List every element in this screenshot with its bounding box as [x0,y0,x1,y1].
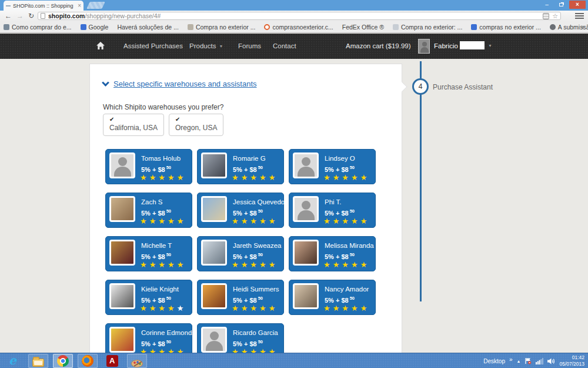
taskbar-button-paint[interactable] [127,354,147,368]
new-tab-button[interactable] [86,2,105,9]
nav-item-assisted-purchases[interactable]: Assisted Purchases [123,42,183,49]
price-main: 5% + $8 [141,340,165,347]
nav-item-contact[interactable]: Contact [273,42,296,49]
window-minimize-button[interactable]: – [541,1,553,9]
amazon-cart-link[interactable]: Amazon cart ($19.99) [346,42,411,49]
star-icon: ★ [149,347,156,353]
bookmark-item[interactable]: Compra no exterior ... [188,24,256,31]
assistant-name: Melissa Miranda [325,242,374,249]
address-bar[interactable]: shopito.com/shopping/new-purchase/4# ☆ [38,12,561,20]
assistant-rating: ★★★★★ [323,304,367,313]
assistant-card[interactable]: Zach S5% + $850★★★★★ [105,193,192,228]
chrome-menu-icon[interactable] [575,13,584,19]
bookmark-item[interactable]: FedEx Office ® [342,24,384,31]
network-icon[interactable] [536,358,543,364]
assistant-card[interactable]: Nancy Amador5% + $850★★★★★ [289,280,376,315]
bookmark-item[interactable]: compras no exterior ... [471,24,540,31]
star-icon: ★ [241,173,248,183]
volume-icon[interactable] [547,358,555,364]
star-icon: ★ [342,173,349,183]
taskbar-button-internet-explorer[interactable] [4,354,24,368]
bookmark-item[interactable]: Google [81,24,109,31]
assistant-card[interactable]: Lindsey O5% + $850★★★★★ [289,149,376,184]
taskbar-clock[interactable]: 01:42 05/07/2013 [559,354,584,367]
action-center-flag-icon[interactable] [524,357,532,364]
user-name[interactable]: Fabricio [434,42,458,49]
assistant-rating: ★★★★★ [323,217,367,226]
star-icon: ★ [250,173,257,183]
price-main: 5% + $8 [233,297,257,304]
browser-tab[interactable]: SHOPito.com :: Shopping × [4,1,83,11]
price-main: 5% + $8 [325,166,349,173]
nav-item-label: Contact [273,42,296,49]
price-main: 5% + $8 [233,210,257,217]
assistant-name: Corinne Edmonds [141,329,195,336]
bookmark-item[interactable]: Como comprar do e... [4,24,72,31]
nav-item-label: Assisted Purchases [123,42,183,49]
price-cents: 50 [350,296,355,301]
taskbar-button-chrome[interactable] [53,354,73,368]
bookmarks-overflow-icon[interactable]: » [581,23,584,30]
assistant-card[interactable]: Jareth Sweazea5% + $850★★★★★ [197,236,284,271]
nav-item-forums[interactable]: Forums [238,42,261,49]
star-icon: ★ [168,347,175,353]
tab-title: SHOPito.com :: Shopping [13,3,75,9]
assistant-avatar [201,152,227,178]
star-icon: ★ [269,304,276,313]
star-icon: ★ [323,304,330,313]
star-icon: ★ [259,260,266,270]
warehouse-label: California, USA [109,124,158,132]
tray-expand-icon[interactable]: ▲ [517,359,521,363]
star-icon: ★ [158,217,165,226]
taskbar-button-file-explorer[interactable] [28,354,48,368]
warehouse-options: ✔California, USA✔Oregon, USA [103,114,223,136]
star-icon: ★ [360,304,368,313]
taskbar-button-adobe-reader[interactable] [102,354,122,368]
tab-close-icon[interactable]: × [78,3,81,9]
window-close-button[interactable]: × [569,1,586,9]
assistant-card[interactable]: Romarie G5% + $850★★★★★ [197,149,284,184]
assistant-card[interactable]: Phi T.5% + $850★★★★★ [289,193,376,228]
star-icon: ★ [232,173,239,183]
assistant-card[interactable]: Heidi Summers5% + $850★★★★★ [197,280,284,315]
home-icon[interactable] [96,41,105,50]
bookmark-item[interactable]: comprasnoexterior.c... [264,24,333,31]
star-icon: ★ [241,304,248,313]
warehouse-option[interactable]: ✔California, USA [103,114,164,136]
nav-item-products[interactable]: Products▼ [189,42,223,49]
user-caret-down-icon[interactable]: ▼ [488,44,492,48]
assistant-price: 5% + $850 [141,339,171,347]
reload-button[interactable]: ↻ [28,11,34,21]
assistant-card[interactable]: Michelle T5% + $850★★★★★ [105,236,192,271]
star-icon: ★ [241,347,248,353]
price-cents: 50 [350,252,355,257]
star-icon: ★ [149,304,156,313]
taskbar-button-firefox[interactable] [78,354,98,368]
warehouse-option[interactable]: ✔Oregon, USA [169,114,223,136]
bookmark-item[interactable]: Compra no exterior: ... [393,24,462,31]
clock-time: 01:42 [559,354,584,361]
price-cents: 50 [258,165,263,170]
bookmark-favicon-icon [471,24,477,30]
window-restore-button[interactable] [555,1,567,9]
assistant-card[interactable]: Melissa Miranda5% + $850★★★★★ [289,236,376,271]
step-progress-line [420,61,422,301]
desktop-toolbar-label[interactable]: Desktop [483,358,505,364]
assistant-card[interactable]: Tomas Holub5% + $850★★★★★ [105,149,192,184]
assistant-card[interactable]: Ricardo Garcia5% + $850★★★★★ [197,323,284,353]
price-cents: 50 [258,339,263,344]
bookmark-star-icon[interactable]: ☆ [552,13,558,19]
assistant-card[interactable]: Kielie Knight5% + $850★★★★★ [105,280,192,315]
price-cents: 50 [350,165,355,170]
site-navbar: Assisted PurchasesProducts▼ForumsContact… [0,34,588,59]
star-icon: ★ [269,173,276,183]
assistant-card[interactable]: Corinne Edmonds5% + $850★★★★★ [105,323,192,353]
select-warehouses-link[interactable]: Select specific warehouses and assistant… [113,79,257,88]
extension-icon[interactable] [543,13,549,19]
back-button[interactable]: ← [5,11,12,21]
assistant-card[interactable]: Jessica Quevedo5% + $850★★★★★ [197,193,284,228]
forward-button[interactable]: → [16,11,24,21]
assistant-rating: ★★★★★ [140,304,183,313]
tray-chevrons-icon[interactable]: » [509,356,513,363]
bookmark-item[interactable]: Haverá soluções de ... [117,24,178,31]
